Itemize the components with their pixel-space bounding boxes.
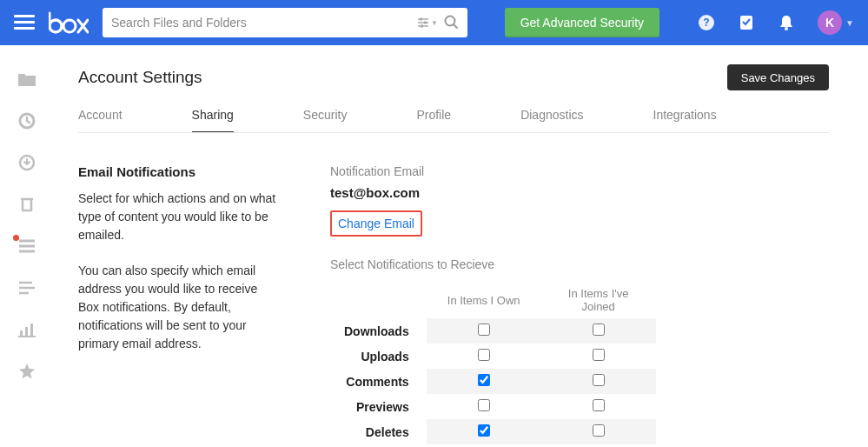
svg-rect-24 <box>30 324 33 336</box>
deletes-own-checkbox[interactable] <box>478 424 490 437</box>
tab-security[interactable]: Security <box>303 108 348 132</box>
notification-email-value: test@box.com <box>330 185 829 200</box>
top-bar: ▼ Get Advanced Security ? K ▼ <box>0 0 868 45</box>
svg-line-9 <box>454 24 457 28</box>
side-rail <box>0 45 54 447</box>
save-changes-button[interactable]: Save Changes <box>727 64 829 90</box>
tab-profile[interactable]: Profile <box>416 108 451 132</box>
notification-email-label: Notification Email <box>330 164 829 178</box>
rail-files-icon[interactable] <box>17 70 37 89</box>
svg-rect-6 <box>424 22 427 24</box>
svg-rect-5 <box>420 18 422 21</box>
rail-feed-icon[interactable] <box>17 278 37 297</box>
menu-toggle-button[interactable] <box>14 15 35 30</box>
rail-favorites-icon[interactable] <box>17 362 37 381</box>
previews-own-checkbox[interactable] <box>478 399 490 411</box>
rail-synced-icon[interactable] <box>17 153 37 172</box>
downloads-own-checkbox[interactable] <box>478 324 490 336</box>
row-downloads-label: Downloads <box>330 318 427 344</box>
email-notifications-desc-2: You can also specify which email address… <box>78 262 278 353</box>
change-email-link[interactable]: Change Email <box>330 210 422 237</box>
comments-joined-checkbox[interactable] <box>593 374 605 386</box>
search-icon[interactable] <box>443 14 459 32</box>
svg-text:?: ? <box>703 17 709 29</box>
get-advanced-security-button[interactable]: Get Advanced Security <box>505 8 659 37</box>
notifications-table: In Items I Own In Items I've Joined Down… <box>330 282 656 444</box>
page-title: Account Settings <box>78 68 202 87</box>
svg-rect-22 <box>20 330 23 336</box>
chevron-down-icon: ▼ <box>845 18 854 28</box>
tab-integrations[interactable]: Integrations <box>653 108 717 132</box>
notifications-icon[interactable] <box>778 14 795 31</box>
downloads-joined-checkbox[interactable] <box>593 324 605 336</box>
previews-joined-checkbox[interactable] <box>593 399 605 411</box>
tab-sharing[interactable]: Sharing <box>192 108 234 132</box>
email-notifications-desc-1: Select for which actions and on what typ… <box>78 190 278 244</box>
filter-icon[interactable]: ▼ <box>417 17 438 28</box>
svg-point-1 <box>63 20 76 32</box>
rail-recents-icon[interactable] <box>17 111 37 130</box>
svg-rect-7 <box>421 25 423 28</box>
email-notifications-heading: Email Notifications <box>78 164 278 179</box>
deletes-joined-checkbox[interactable] <box>593 424 605 437</box>
row-deletes-label: Deletes <box>330 419 427 444</box>
svg-point-0 <box>50 20 62 32</box>
settings-tabs: Account Sharing Security Profile Diagnos… <box>78 108 829 133</box>
uploads-own-checkbox[interactable] <box>478 349 490 361</box>
svg-rect-23 <box>25 327 28 336</box>
avatar: K <box>818 10 842 35</box>
search-bar[interactable]: ▼ <box>103 8 467 37</box>
user-menu[interactable]: K ▼ <box>818 10 854 35</box>
search-input[interactable] <box>111 16 417 30</box>
col-items-joined: In Items I've Joined <box>541 282 656 318</box>
uploads-joined-checkbox[interactable] <box>593 349 605 361</box>
row-uploads-label: Uploads <box>330 344 427 369</box>
notification-dot <box>13 235 19 241</box>
tasks-icon[interactable] <box>738 14 755 31</box>
col-items-own: In Items I Own <box>427 282 541 318</box>
tab-diagnostics[interactable]: Diagnostics <box>520 108 583 132</box>
rail-analytics-icon[interactable] <box>17 320 37 339</box>
tab-account[interactable]: Account <box>78 108 123 132</box>
svg-point-13 <box>785 27 788 30</box>
row-previews-label: Previews <box>330 394 427 419</box>
select-notifications-label: Select Notifications to Recieve <box>330 257 829 271</box>
help-icon[interactable]: ? <box>698 14 715 31</box>
comments-own-checkbox[interactable] <box>478 374 490 386</box>
rail-notes-icon[interactable] <box>17 237 37 256</box>
main-content: Account Settings Save Changes Account Sh… <box>54 45 853 447</box>
row-comments-label: Comments <box>330 369 427 394</box>
box-logo[interactable] <box>49 11 89 34</box>
rail-trash-icon[interactable] <box>17 195 37 214</box>
